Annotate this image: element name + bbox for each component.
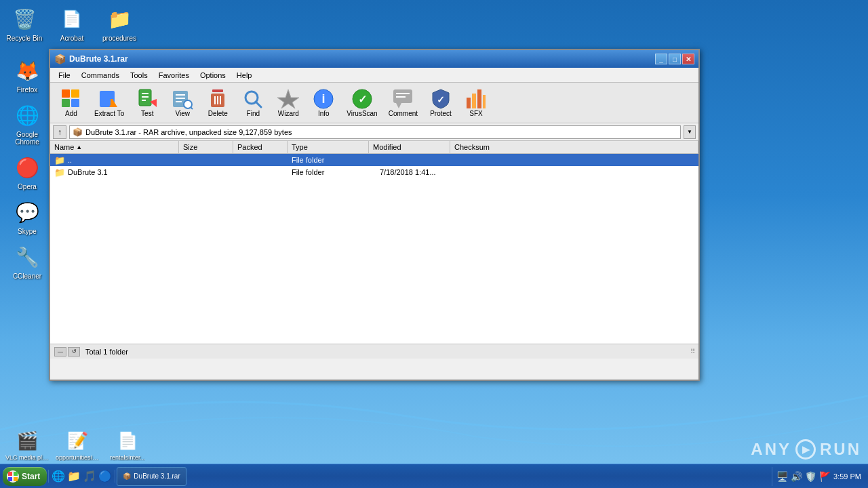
desktop-icon-opportunities[interactable]: 📝 opportunitiesInter... [56, 427, 99, 461]
sidebar-apps: 🦊 Firefox 🌐 Google Chrome 🔴 Opera 💬 Skyp… [5, 54, 49, 283]
skype-label: Skype [18, 228, 37, 235]
taskbar-running-items: 📦 DuBrute 3.1.rar [117, 467, 770, 486]
menu-item-file[interactable]: File [53, 68, 76, 82]
file-checksum-cell [464, 159, 698, 161]
svg-marker-33 [396, 103, 401, 108]
toolbar-add-button[interactable]: Add [54, 85, 88, 120]
window-title-icon: 📦 [54, 54, 65, 64]
svg-text:✓: ✓ [357, 94, 366, 105]
start-button[interactable]: Start [3, 467, 47, 486]
toolbar-sfx-button[interactable]: SFX [459, 85, 493, 120]
status-btn-2[interactable]: ↺ [68, 347, 80, 357]
col-header-packed[interactable]: Packed [233, 141, 288, 153]
address-dropdown-button[interactable]: ▼ [684, 125, 696, 139]
address-input[interactable]: 📦 DuBrute 3.1.rar - RAR archive, unpacke… [69, 125, 681, 139]
toolbar-info-button[interactable]: i Info [307, 85, 340, 120]
toolbar-protect-button[interactable]: ✓ Protect [424, 85, 458, 120]
svg-rect-1 [71, 89, 79, 98]
ie-icon[interactable]: 🌐 [52, 470, 65, 483]
status-btn-1[interactable]: — [54, 347, 66, 357]
taskbar-item-winrar[interactable]: 📦 DuBrute 3.1.rar [117, 467, 186, 486]
table-row[interactable]: 📁 DuBrute 3.1 File folder 7/18/2018 1:41… [50, 166, 698, 178]
sidebar-item-ccleaner[interactable]: 🔧 CCleaner [5, 241, 49, 283]
toolbar-delete-button[interactable]: Delete [201, 85, 235, 120]
desktop-icon-vlc[interactable]: 🎬 VLC media player [5, 427, 49, 461]
col-header-name[interactable]: Name ▲ [50, 141, 179, 153]
desktop-icon-procedures[interactable]: 📁 procedures [98, 3, 141, 45]
extract-icon [98, 88, 120, 110]
status-text: Total 1 folder [85, 348, 128, 356]
file-modified-cell [376, 159, 464, 161]
menu-item-commands[interactable]: Commands [76, 68, 125, 82]
anyrun-watermark: ANY ▶ RUN [751, 439, 861, 460]
anyrun-run-text: RUN [820, 440, 861, 459]
restore-button[interactable]: □ [669, 54, 681, 64]
minimize-button[interactable]: _ [655, 54, 667, 64]
tray-monitor-icon[interactable]: 🖥️ [776, 471, 788, 482]
sfx-label: SFX [469, 110, 482, 117]
tray-security-icon[interactable]: 🛡️ [805, 471, 816, 482]
sidebar-item-firefox[interactable]: 🦊 Firefox [5, 54, 49, 96]
address-text: DuBrute 3.1.rar - RAR archive, unpacked … [85, 128, 292, 136]
start-logo [7, 470, 19, 483]
find-label: Find [247, 110, 260, 117]
desktop-icon-acrobat[interactable]: 📄 Acrobat [50, 3, 94, 45]
menu-item-options[interactable]: Options [195, 68, 231, 82]
menu-item-tools[interactable]: Tools [125, 68, 153, 82]
svg-rect-38 [483, 95, 486, 108]
svg-rect-2 [62, 99, 70, 107]
media-icon[interactable]: 🎵 [83, 470, 96, 483]
svg-rect-42 [14, 477, 18, 481]
svg-rect-35 [467, 98, 471, 108]
add-label: Add [65, 110, 77, 117]
col-header-size[interactable]: Size [179, 141, 233, 153]
table-row[interactable]: 📁 .. File folder [50, 154, 698, 166]
address-bar: ↑ 📦 DuBrute 3.1.rar - RAR archive, unpac… [50, 123, 698, 141]
sidebar-item-skype[interactable]: 💬 Skype [5, 196, 49, 238]
taskbar-clock: 3:59 PM [833, 472, 861, 481]
svg-rect-0 [62, 89, 70, 98]
toolbar-comment-button[interactable]: Comment [384, 85, 422, 120]
sidebar-item-opera[interactable]: 🔴 Opera [5, 151, 49, 193]
desktop-top-icons: 🗑️ Recycle Bin 📄 Acrobat 📁 procedures [3, 3, 141, 45]
close-button[interactable]: ✕ [682, 54, 694, 64]
tray-network-icon[interactable]: 🔊 [791, 471, 802, 482]
ie2-icon[interactable]: 🔵 [98, 470, 112, 483]
skype-icon: 💬 [14, 199, 41, 226]
file-list-area: Name ▲ Size Packed Type Modified Checksu… [50, 141, 698, 344]
folder-icon[interactable]: 📁 [67, 470, 81, 483]
delete-icon [207, 88, 229, 110]
firefox-label: Firefox [17, 86, 38, 94]
col-header-modified[interactable]: Modified [369, 141, 450, 153]
test-label: Test [141, 110, 153, 117]
desktop-bottom-icons: 🎬 VLC media player 📝 opportunitiesInter.… [0, 424, 155, 464]
svg-rect-3 [71, 99, 79, 107]
tray-flag-icon[interactable]: 🚩 [819, 471, 831, 482]
nav-up-button[interactable]: ↑ [53, 125, 66, 139]
col-header-type[interactable]: Type [288, 141, 369, 153]
folder-icon: 📁 [54, 167, 65, 178]
toolbar-find-button[interactable]: Find [236, 85, 270, 120]
file-packed-cell [233, 159, 288, 161]
toolbar-test-button[interactable]: Test [130, 85, 164, 120]
column-headers: Name ▲ Size Packed Type Modified Checksu… [50, 141, 698, 154]
toolbar-view-button[interactable]: View [165, 85, 199, 120]
recycle-bin-icon: 🗑️ [11, 5, 38, 33]
wizard-icon [277, 88, 299, 110]
toolbar-virusscan-button[interactable]: ✓ VirusScan [342, 85, 382, 120]
opera-label: Opera [18, 183, 37, 190]
col-header-checksum[interactable]: Checksum [450, 141, 698, 153]
sidebar-item-chrome[interactable]: 🌐 Google Chrome [5, 99, 49, 148]
procedures-label: procedures [102, 35, 136, 42]
desktop-icon-rentals[interactable]: 📄 rentalsInter... [106, 427, 149, 461]
toolbar-extract-button[interactable]: Extract To [90, 85, 129, 120]
desktop-icon-recycle-bin[interactable]: 🗑️ Recycle Bin [3, 3, 46, 45]
toolbar-wizard-button[interactable]: Wizard [271, 85, 305, 120]
resize-handle[interactable]: ⠿ [690, 348, 694, 355]
status-bar: — ↺ Total 1 folder ⠿ [50, 344, 698, 359]
acrobat-label: Acrobat [60, 35, 83, 42]
menu-item-help[interactable]: Help [231, 68, 258, 82]
menu-item-favorites[interactable]: Favorites [153, 68, 195, 82]
window-controls: _ □ ✕ [655, 54, 694, 64]
opportunities-label: opportunitiesInter... [56, 454, 99, 461]
